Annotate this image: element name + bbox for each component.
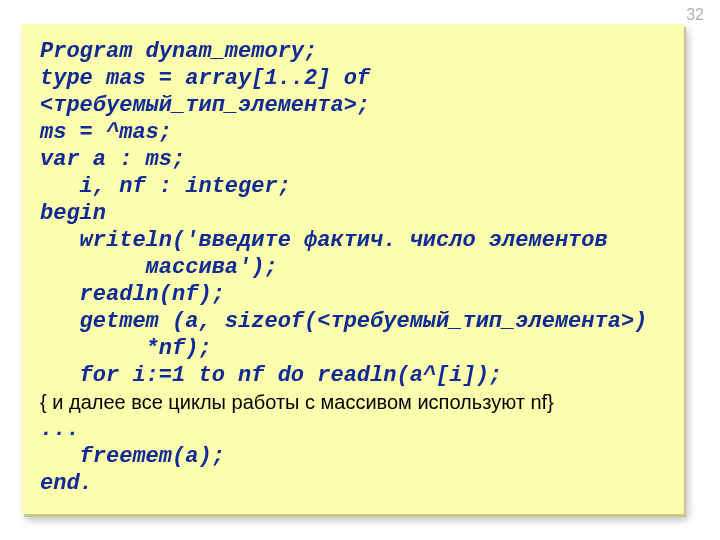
code-line: begin xyxy=(40,200,678,227)
code-line: <требуемый_тип_элемента>; xyxy=(40,92,678,119)
code-block: Program dynam_memory; type mas = array[1… xyxy=(22,24,684,514)
code-line: i, nf : integer; xyxy=(40,173,678,200)
code-line: ms = ^mas; xyxy=(40,119,678,146)
code-line: type mas = array[1..2] of xyxy=(40,65,678,92)
code-line: массива'); xyxy=(40,254,678,281)
code-line: Program dynam_memory; xyxy=(40,38,678,65)
code-line: end. xyxy=(40,470,678,497)
code-line: *nf); xyxy=(40,335,678,362)
code-line: writeln('введите фактич. число элементов xyxy=(40,227,678,254)
page-number: 32 xyxy=(686,6,704,24)
code-line: ... xyxy=(40,416,678,443)
code-line: for i:=1 to nf do readln(a^[i]); xyxy=(40,362,678,389)
code-line: var a : ms; xyxy=(40,146,678,173)
code-comment: { и далее все циклы работы с массивом ис… xyxy=(40,389,678,416)
code-line: readln(nf); xyxy=(40,281,678,308)
code-line: freemem(a); xyxy=(40,443,678,470)
code-line: getmem (a, sizeof(<требуемый_тип_элемент… xyxy=(40,308,678,335)
